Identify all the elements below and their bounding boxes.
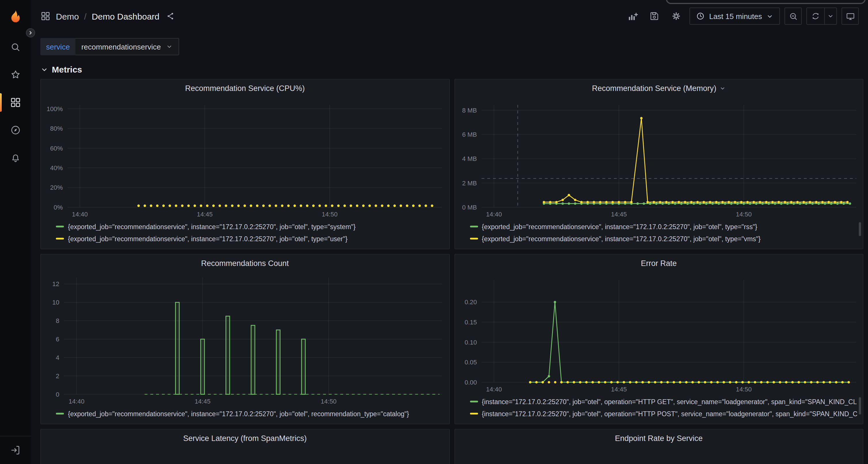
signout-icon: [10, 444, 21, 456]
apps-icon: [40, 11, 51, 21]
legend-scrollbar[interactable]: [859, 222, 861, 236]
legend-label: {instance="172.17.0.2:25270", job="otel"…: [482, 398, 857, 405]
save-dashboard-button[interactable]: [646, 7, 663, 25]
grafana-logo[interactable]: [7, 9, 24, 27]
sidebar-expand-button[interactable]: [26, 28, 35, 37]
legend-label: {exported_job="recommendationservice", i…: [68, 223, 356, 230]
clock-icon: [696, 11, 705, 21]
series-color-dash: [470, 413, 478, 415]
apps-icon: [10, 97, 21, 108]
svg-text:40%: 40%: [50, 164, 63, 171]
cpu-chart[interactable]: 0%20%40%60%80%100%14:4014:4514:50: [41, 97, 449, 220]
time-range-picker[interactable]: Last 15 minutes: [689, 7, 780, 25]
legend-label: {exported_job="recommendationservice", i…: [482, 223, 757, 230]
panel-error-rate: Error Rate 0.000.050.100.150.2014:4014:4…: [454, 254, 863, 424]
svg-text:6 MB: 6 MB: [462, 131, 476, 138]
svg-text:2 MB: 2 MB: [462, 179, 476, 187]
svg-text:0: 0: [56, 391, 59, 398]
sidebar: [0, 0, 31, 464]
breadcrumb-root[interactable]: Demo: [56, 11, 79, 21]
legend-item[interactable]: {instance="172.17.0.2:25270", job="otel"…: [470, 396, 857, 407]
svg-text:0%: 0%: [54, 204, 63, 211]
template-variable-service: service recommendationservice: [40, 38, 179, 55]
zoom-out-time-button[interactable]: [784, 7, 802, 25]
legend: {exported_job="recommendationservice", i…: [455, 220, 863, 249]
bell-icon: [10, 152, 21, 164]
panel-header[interactable]: Recommendations Count: [41, 255, 449, 272]
legend-scrollbar[interactable]: [859, 397, 861, 415]
row-header-metrics[interactable]: Metrics: [31, 55, 868, 79]
series-color-dash: [470, 238, 478, 239]
svg-text:14:45: 14:45: [197, 211, 213, 218]
sidebar-item-sign-out[interactable]: [0, 436, 31, 464]
chevron-down-icon: [40, 65, 49, 73]
sidebar-item-search[interactable]: [0, 33, 31, 61]
panel-title-text: Service Latency (from SpanMetrics): [183, 434, 307, 442]
panel-header[interactable]: Recommendation Service (CPU%): [41, 79, 449, 97]
svg-text:80%: 80%: [50, 125, 63, 132]
svg-text:14:45: 14:45: [195, 398, 211, 405]
svg-text:60%: 60%: [50, 145, 63, 152]
panel-title-text: Recommendations Count: [201, 259, 289, 267]
share-icon[interactable]: [166, 11, 175, 21]
search-icon: [10, 41, 21, 53]
legend: {exported_job="recommendationservice", i…: [41, 407, 449, 424]
dashboard-header: Demo / Demo Dashboard Last 15 minutes: [31, 0, 868, 32]
legend-item[interactable]: {exported_job="recommendationservice", i…: [56, 407, 443, 420]
series-color-dash: [56, 238, 64, 239]
breadcrumb: Demo / Demo Dashboard: [40, 11, 175, 21]
panel-title-text: Endpoint Rate by Service: [615, 434, 703, 442]
svg-text:14:40: 14:40: [72, 211, 88, 218]
legend-item[interactable]: {exported_job="recommendationservice", i…: [56, 221, 443, 233]
panel-title-text: Recommendation Service (CPU%): [185, 84, 305, 92]
svg-text:12: 12: [53, 280, 59, 288]
svg-text:14:50: 14:50: [321, 398, 337, 405]
svg-text:14:45: 14:45: [611, 211, 627, 218]
breadcrumb-current[interactable]: Demo Dashboard: [92, 11, 159, 21]
panel-memory: Recommendation Service (Memory) 0 MB2 MB…: [454, 79, 863, 249]
sidebar-item-alerting[interactable]: [0, 144, 31, 171]
panel-header[interactable]: Recommendation Service (Memory): [455, 79, 863, 97]
legend-label: {exported_job="recommendationservice", i…: [68, 410, 409, 417]
add-panel-button[interactable]: [624, 7, 641, 25]
series-color-dash: [470, 226, 478, 227]
legend: {exported_job="recommendationservice", i…: [41, 220, 449, 249]
variable-value-dropdown[interactable]: recommendationservice: [75, 38, 179, 55]
legend-item[interactable]: {exported_job="recommendationservice", i…: [470, 233, 857, 245]
svg-text:0.10: 0.10: [464, 339, 476, 346]
kiosk-mode-button[interactable]: [841, 7, 859, 25]
svg-text:0.15: 0.15: [464, 319, 476, 326]
svg-text:100%: 100%: [46, 105, 63, 112]
panel-header[interactable]: Error Rate: [455, 255, 863, 272]
svg-text:0 MB: 0 MB: [462, 204, 476, 211]
recommendations-count-chart[interactable]: 02468101214:4014:4514:50: [41, 272, 449, 407]
panel-header[interactable]: Endpoint Rate by Service: [455, 429, 863, 447]
svg-text:0.20: 0.20: [464, 298, 476, 306]
svg-text:6: 6: [56, 336, 59, 343]
dashboard-settings-button[interactable]: [668, 7, 685, 25]
compass-icon: [10, 124, 21, 136]
panel-header[interactable]: Service Latency (from SpanMetrics): [41, 429, 449, 447]
legend-item[interactable]: {exported_job="recommendationservice", i…: [56, 233, 443, 245]
refresh-button[interactable]: [807, 8, 824, 24]
svg-text:8 MB: 8 MB: [462, 107, 476, 114]
panel-cpu: Recommendation Service (CPU%) 0%20%40%60…: [40, 79, 450, 249]
svg-text:14:50: 14:50: [736, 211, 751, 218]
legend-label: {exported_job="recommendationservice", i…: [68, 235, 348, 242]
error-rate-chart[interactable]: 0.000.050.100.150.2014:4014:4514:50: [455, 272, 863, 395]
refresh-button-group: [806, 7, 837, 25]
legend-item[interactable]: {exported_job="recommendationservice", i…: [470, 221, 857, 233]
sidebar-item-dashboards[interactable]: [0, 89, 31, 116]
panel-menu-caret-icon[interactable]: [719, 85, 726, 91]
svg-text:14:40: 14:40: [68, 398, 84, 405]
variable-label: service: [40, 38, 75, 55]
legend-label: {exported_job="recommendationservice", i…: [482, 235, 761, 242]
sidebar-item-explore[interactable]: [0, 116, 31, 144]
search-bar-artifact: [666, 0, 866, 4]
legend-label: {instance="172.17.0.2:25270", job="otel"…: [482, 410, 857, 417]
memory-chart[interactable]: 0 MB2 MB4 MB6 MB8 MB14:4014:4514:50: [455, 97, 863, 220]
legend-item[interactable]: {instance="172.17.0.2:25270", job="otel"…: [470, 407, 857, 420]
sidebar-item-starred[interactable]: [0, 61, 31, 89]
panel-title-text: Recommendation Service (Memory): [592, 84, 716, 92]
refresh-interval-dropdown[interactable]: [825, 8, 836, 24]
